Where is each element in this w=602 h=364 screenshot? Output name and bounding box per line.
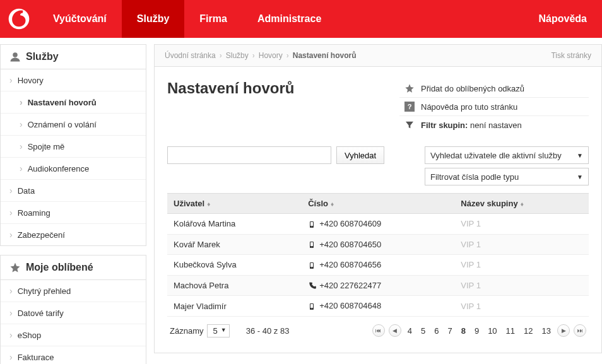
- table-row[interactable]: Majer Vladimír+420 608704648VIP 1: [167, 296, 589, 317]
- select-active-service[interactable]: Vyhledat uživatele dle aktivní služby: [425, 146, 589, 164]
- cell-group: VIP 1: [454, 296, 589, 317]
- page-title: Nastavení hovorů: [167, 79, 294, 97]
- search-button[interactable]: Vyhledat: [336, 146, 384, 164]
- sidebar-sub-spojte-me[interactable]: Spojte mě: [1, 136, 146, 158]
- person-icon: [9, 51, 21, 62]
- pager-page[interactable]: 11: [504, 325, 517, 337]
- pager-page[interactable]: 10: [485, 325, 499, 337]
- sidebar-sub-oznameni-o-volani[interactable]: Oznámení o volání: [1, 114, 146, 136]
- nav-vyuctovani[interactable]: Vyúčtování: [38, 0, 122, 38]
- svg-rect-6: [310, 242, 313, 246]
- table-row[interactable]: Kovář Marek+420 608704650VIP 1: [167, 234, 589, 255]
- sidebar-services-title: Služby: [26, 51, 59, 62]
- sidebar-item-hovory[interactable]: Hovory: [1, 69, 146, 91]
- nav-administrace[interactable]: Administrace: [242, 0, 336, 38]
- sidebar-services-panel: Služby Hovory Nastavení hovorů Oznámení …: [0, 44, 146, 246]
- pager-last[interactable]: ⏭: [574, 324, 586, 337]
- sidebar-favorites-title: Moje oblíbené: [26, 262, 93, 273]
- pager-range: 36 - 40 z 83: [246, 326, 290, 336]
- action-add-favorite[interactable]: Přidat do oblíbených odkazů: [399, 79, 589, 97]
- fav-chytry-prehled[interactable]: Chytrý přehled: [1, 280, 146, 302]
- cell-group: VIP 1: [454, 214, 589, 235]
- nav-help[interactable]: Nápověda: [524, 0, 602, 38]
- action-filter-groups[interactable]: Filtr skupin: není nastaven: [399, 115, 589, 134]
- search-input[interactable]: [167, 146, 331, 164]
- pager-page[interactable]: 5: [418, 325, 428, 337]
- sidebar-sub-audiokonference[interactable]: Audiokonference: [1, 158, 146, 180]
- svg-point-10: [312, 267, 312, 268]
- svg-point-7: [312, 247, 312, 247]
- col-user[interactable]: Uživatel♦: [167, 194, 302, 214]
- phone-icon: [308, 261, 316, 270]
- col-number[interactable]: Číslo♦: [302, 194, 454, 214]
- cell-group: VIP 1: [454, 234, 589, 255]
- fav-fakturace[interactable]: Fakturace: [1, 346, 146, 364]
- pager: Záznamy 5 36 - 40 z 83 ⏮◀45678910111213▶…: [167, 317, 589, 340]
- sidebar-sub-nastaveni-hovoru[interactable]: Nastavení hovorů: [1, 91, 146, 114]
- cell-user: Majer Vladimír: [167, 296, 302, 317]
- cell-user: Kovář Marek: [167, 234, 302, 255]
- svg-point-13: [312, 308, 312, 309]
- select-number-type[interactable]: Filtrovat čísla podle typu: [425, 168, 589, 185]
- action-help[interactable]: ? Nápověda pro tuto stránku: [399, 97, 589, 115]
- star-icon: [404, 83, 415, 93]
- star-icon: [9, 262, 21, 273]
- cell-number: +420 608704650: [302, 234, 454, 255]
- help-icon: ?: [404, 102, 415, 112]
- sidebar-services-header: Služby: [1, 45, 146, 69]
- pager-label: Záznamy: [170, 326, 203, 336]
- pager-page[interactable]: 4: [405, 325, 415, 337]
- nav-firma[interactable]: Firma: [184, 0, 242, 38]
- pager-next[interactable]: ▶: [557, 324, 570, 337]
- pager-page[interactable]: 12: [521, 325, 535, 337]
- svg-rect-9: [310, 263, 313, 267]
- sort-icon: ♦: [207, 201, 210, 208]
- top-nav: Vyúčtování Služby Firma Administrace Náp…: [0, 0, 602, 38]
- main-panel: Úvodní stránka › Služby › Hovory › Nasta…: [154, 44, 602, 353]
- pager-first[interactable]: ⏮: [372, 324, 385, 337]
- sort-icon: ♦: [521, 201, 524, 208]
- crumb-home[interactable]: Úvodní stránka: [165, 51, 216, 60]
- col-group[interactable]: Název skupiny♦: [454, 194, 589, 214]
- fav-datove-tarify[interactable]: Datové tarify: [1, 302, 146, 324]
- pager-page[interactable]: 6: [432, 325, 441, 337]
- vodafone-logo: [0, 0, 38, 38]
- cell-number: +420 608704648: [302, 296, 454, 317]
- nav-sluzby[interactable]: Služby: [122, 0, 185, 38]
- fav-eshop[interactable]: eShop: [1, 324, 146, 346]
- sidebar-item-data[interactable]: Data: [1, 180, 146, 202]
- pager-page[interactable]: 7: [445, 325, 454, 337]
- cell-group: VIP 1: [454, 255, 589, 276]
- table-row[interactable]: Kolářová Martina+420 608704609VIP 1: [167, 214, 589, 235]
- crumb-hovory[interactable]: Hovory: [259, 51, 283, 60]
- cell-user: Machová Petra: [167, 275, 302, 296]
- crumb-sluzby[interactable]: Služby: [226, 51, 249, 60]
- users-table: Uživatel♦ Číslo♦ Název skupiny♦ Kolářová…: [167, 193, 589, 317]
- print-link[interactable]: Tisk stránky: [551, 51, 591, 60]
- chevron-right-icon: ›: [220, 51, 222, 60]
- action-add-favorite-label: Přidat do oblíbených odkazů: [421, 84, 524, 93]
- pager-page[interactable]: 8: [459, 325, 468, 337]
- sidebar-favorites-panel: Moje oblíbené Chytrý přehled Datové tari…: [0, 255, 146, 364]
- chevron-right-icon: ›: [252, 51, 255, 60]
- pager-prev[interactable]: ◀: [389, 324, 401, 337]
- filter-icon: [404, 120, 415, 130]
- sidebar-item-zabezpeceni[interactable]: Zabezpečení: [1, 224, 146, 245]
- pager-size-select[interactable]: 5: [207, 324, 229, 338]
- crumb-current: Nastavení hovorů: [293, 51, 357, 60]
- phone-icon: [308, 281, 316, 290]
- cell-number: +420 227622477: [302, 275, 454, 296]
- table-row[interactable]: Machová Petra+420 227622477VIP 1: [167, 275, 589, 296]
- table-row[interactable]: Kubečková Sylva+420 608704656VIP 1: [167, 255, 589, 276]
- page-actions: Přidat do oblíbených odkazů ? Nápověda p…: [399, 79, 589, 134]
- pager-page[interactable]: 9: [472, 325, 481, 337]
- pager-page[interactable]: 13: [540, 325, 553, 337]
- sort-icon: ♦: [331, 201, 334, 208]
- svg-rect-12: [310, 304, 313, 308]
- nav-spacer: [336, 0, 523, 38]
- breadcrumb: Úvodní stránka › Služby › Hovory › Nasta…: [155, 45, 601, 67]
- sidebar-item-roaming[interactable]: Roaming: [1, 202, 146, 224]
- sidebar: Služby Hovory Nastavení hovorů Oznámení …: [0, 44, 146, 364]
- cell-user: Kubečková Sylva: [167, 255, 302, 276]
- phone-icon: [308, 220, 316, 229]
